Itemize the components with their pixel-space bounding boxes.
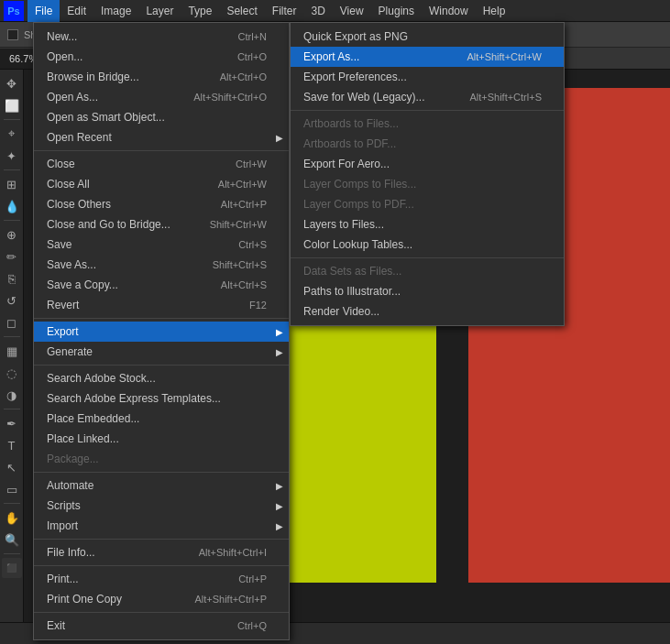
menu-window[interactable]: Window bbox=[422, 0, 476, 22]
menu-filter[interactable]: Filter bbox=[265, 0, 304, 22]
transform-controls-checkbox[interactable] bbox=[7, 29, 18, 40]
path-select-tool[interactable]: ↖ bbox=[2, 457, 22, 477]
crop-tool[interactable]: ⊞ bbox=[2, 174, 22, 194]
menu-file[interactable]: File bbox=[27, 0, 60, 22]
menu-generate[interactable]: Generate ▶ bbox=[34, 342, 289, 362]
menu-edit[interactable]: Edit bbox=[60, 0, 93, 22]
menu-saveas-label: Save As... bbox=[47, 258, 194, 271]
menu-type[interactable]: Type bbox=[181, 0, 219, 22]
export-preferences[interactable]: Export Preferences... bbox=[291, 67, 564, 87]
dodge-tool[interactable]: ◑ bbox=[2, 385, 22, 405]
export-quickexport-label: Quick Export as PNG bbox=[303, 30, 542, 43]
menu-searchstock[interactable]: Search Adobe Stock... bbox=[34, 368, 289, 388]
menu-import[interactable]: Import ▶ bbox=[34, 516, 289, 536]
export-submenu: Quick Export as PNG Export As... Alt+Shi… bbox=[290, 22, 565, 326]
gradient-tool[interactable]: ▦ bbox=[2, 341, 22, 361]
menu-close-label: Close bbox=[47, 158, 217, 170]
menu-closeall[interactable]: Close All Alt+Ctrl+W bbox=[34, 174, 289, 194]
brush-tool[interactable]: ✏ bbox=[2, 246, 22, 267]
menu-automate[interactable]: Automate ▶ bbox=[34, 475, 289, 496]
tool-separator-6 bbox=[4, 503, 20, 504]
export-saveforweb-shortcut: Alt+Shift+Ctrl+S bbox=[469, 92, 542, 103]
menu-searchstock-label: Search Adobe Stock... bbox=[47, 372, 267, 385]
menu-layer[interactable]: Layer bbox=[138, 0, 181, 22]
menu-package: Package... bbox=[34, 449, 289, 469]
menu-browse[interactable]: Browse in Bridge... Alt+Ctrl+O bbox=[34, 67, 289, 87]
menu-image[interactable]: Image bbox=[93, 0, 138, 22]
menu-saveas[interactable]: Save As... Shift+Ctrl+S bbox=[34, 255, 289, 275]
menu-help[interactable]: Help bbox=[476, 0, 513, 22]
menu-openrecent-arrow: ▶ bbox=[276, 133, 283, 143]
menu-closebridge[interactable]: Close and Go to Bridge... Shift+Ctrl+W bbox=[34, 214, 289, 235]
export-pathsillustrator-label: Paths to Illustrator... bbox=[303, 285, 542, 298]
pen-tool[interactable]: ✒ bbox=[2, 413, 22, 433]
menu-revert[interactable]: Revert F12 bbox=[34, 295, 289, 315]
menu-scripts[interactable]: Scripts ▶ bbox=[34, 496, 289, 516]
export-saveforweb-label: Save for Web (Legacy)... bbox=[303, 91, 451, 104]
move-tool[interactable]: ✥ bbox=[2, 73, 22, 93]
export-saveforweb[interactable]: Save for Web (Legacy)... Alt+Shift+Ctrl+… bbox=[291, 87, 564, 107]
menu-import-arrow: ▶ bbox=[276, 521, 283, 531]
export-quickexport[interactable]: Quick Export as PNG bbox=[291, 27, 564, 47]
export-layercompspdf-label: Layer Comps to PDF... bbox=[303, 198, 542, 211]
export-exportas[interactable]: Export As... Alt+Shift+Ctrl+W bbox=[291, 47, 564, 67]
zoom-tool[interactable]: 🔍 bbox=[2, 529, 22, 550]
menu-print[interactable]: Print... Ctrl+P bbox=[34, 569, 289, 589]
menu-3d[interactable]: 3D bbox=[303, 0, 332, 22]
marquee-tool[interactable]: ⬜ bbox=[2, 95, 22, 115]
menu-searchexpress[interactable]: Search Adobe Express Templates... bbox=[34, 388, 289, 409]
foreground-color[interactable]: ⬛ bbox=[2, 558, 22, 578]
export-aero[interactable]: Export For Aero... bbox=[291, 154, 564, 174]
menu-select[interactable]: Select bbox=[219, 0, 264, 22]
export-artboardspdf: Artboards to PDF... bbox=[291, 134, 564, 154]
menu-print-shortcut: Ctrl+P bbox=[238, 573, 267, 584]
export-colorlookup[interactable]: Color Lookup Tables... bbox=[291, 235, 564, 255]
shape-tool[interactable]: ▭ bbox=[2, 479, 22, 499]
menu-view[interactable]: View bbox=[333, 0, 371, 22]
export-layersfiles[interactable]: Layers to Files... bbox=[291, 214, 564, 235]
menu-openrecent[interactable]: Open Recent ▶ bbox=[34, 127, 289, 147]
lasso-tool[interactable]: ⌖ bbox=[2, 124, 22, 144]
menu-searchexpress-label: Search Adobe Express Templates... bbox=[47, 392, 267, 405]
menu-plugins[interactable]: Plugins bbox=[371, 0, 422, 22]
menu-export-label: Export bbox=[47, 325, 267, 338]
tool-separator-2 bbox=[4, 169, 20, 170]
menu-placeembedded-label: Place Embedded... bbox=[47, 412, 267, 425]
menu-openas[interactable]: Open As... Alt+Shift+Ctrl+O bbox=[34, 87, 289, 107]
export-artboardsfiles-label: Artboards to Files... bbox=[303, 117, 542, 130]
menu-printone[interactable]: Print One Copy Alt+Shift+Ctrl+P bbox=[34, 589, 289, 609]
eraser-tool[interactable]: ◻ bbox=[2, 312, 22, 333]
menu-closeothers[interactable]: Close Others Alt+Ctrl+P bbox=[34, 194, 289, 214]
history-tool[interactable]: ↺ bbox=[2, 290, 22, 311]
menu-closebridge-shortcut: Shift+Ctrl+W bbox=[210, 219, 267, 230]
menu-print-label: Print... bbox=[47, 573, 220, 585]
export-artboardsfiles: Artboards to Files... bbox=[291, 114, 564, 134]
menu-import-label: Import bbox=[47, 519, 267, 532]
hand-tool[interactable]: ✋ bbox=[2, 508, 22, 528]
menu-new[interactable]: New... Ctrl+N bbox=[34, 27, 289, 47]
menu-closeothers-shortcut: Alt+Ctrl+P bbox=[221, 199, 267, 210]
menu-placelinked[interactable]: Place Linked... bbox=[34, 429, 289, 449]
type-tool[interactable]: T bbox=[2, 435, 22, 455]
tool-separator-4 bbox=[4, 336, 20, 337]
magic-wand-tool[interactable]: ✦ bbox=[2, 146, 22, 166]
export-rendervideo[interactable]: Render Video... bbox=[291, 301, 564, 322]
clone-tool[interactable]: ⎘ bbox=[2, 268, 22, 289]
menu-saveacopy[interactable]: Save a Copy... Alt+Ctrl+S bbox=[34, 275, 289, 295]
menu-open[interactable]: Open... Ctrl+O bbox=[34, 47, 289, 67]
export-pathsillustrator[interactable]: Paths to Illustrator... bbox=[291, 281, 564, 301]
export-sep-2 bbox=[291, 257, 564, 258]
menu-placelinked-label: Place Linked... bbox=[47, 432, 267, 445]
menu-placeembedded[interactable]: Place Embedded... bbox=[34, 409, 289, 429]
healing-tool[interactable]: ⊕ bbox=[2, 224, 22, 245]
menu-opensmart[interactable]: Open as Smart Object... bbox=[34, 107, 289, 127]
menu-fileinfo[interactable]: File Info... Alt+Shift+Ctrl+I bbox=[34, 542, 289, 562]
menu-saveacopy-label: Save a Copy... bbox=[47, 278, 203, 291]
export-layercompsfiles-label: Layer Comps to Files... bbox=[303, 178, 542, 191]
menu-close[interactable]: Close Ctrl+W bbox=[34, 154, 289, 174]
blur-tool[interactable]: ◌ bbox=[2, 363, 22, 383]
menu-export[interactable]: Export ▶ bbox=[34, 322, 289, 342]
menu-exit[interactable]: Exit Ctrl+Q bbox=[34, 616, 289, 636]
eyedropper-tool[interactable]: 💧 bbox=[2, 196, 22, 216]
menu-save[interactable]: Save Ctrl+S bbox=[34, 235, 289, 255]
